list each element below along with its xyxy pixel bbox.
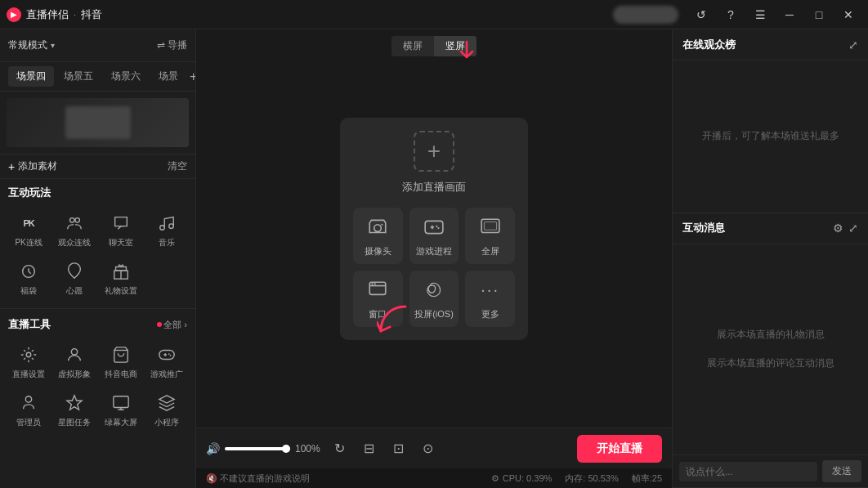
clear-btn[interactable]: 清空 [168,159,187,173]
game-label: 游戏推广 [150,369,183,380]
settings-btn[interactable]: ⊙ [417,437,440,460]
maximize-btn[interactable]: □ [806,3,832,26]
no-game-warning[interactable]: 🔇 不建议直播的游戏说明 [206,472,310,485]
svg-point-20 [437,227,439,229]
tool-mini[interactable]: 小程序 [145,387,189,433]
star-icon [63,392,86,414]
audience-header: 在线观众榜 ⤢ [673,29,868,60]
tool-screen[interactable]: 绿幕大屏 [99,387,143,433]
star-label: 星图任务 [58,417,91,428]
tool-live-settings[interactable]: 直播设置 [7,338,51,385]
svg-point-16 [374,224,382,231]
add-material-label: 添加素材 [18,159,57,173]
chat-send-btn[interactable]: 发送 [822,460,861,482]
audience-expand-icon[interactable]: ⤢ [848,38,858,51]
minimize-btn[interactable]: ─ [776,3,803,26]
svg-point-11 [168,353,170,355]
help-btn[interactable]: ? [718,3,744,26]
tool-manager[interactable]: 管理员 [7,387,51,433]
messages-title: 互动消息 [682,221,725,235]
volume-slider[interactable] [225,447,290,450]
wish-label: 心愿 [66,285,83,297]
svg-marker-14 [67,396,82,410]
interaction-section-title: 互动玩法 [0,179,195,204]
title-left: ▶ 直播伴侣 · 抖音 [7,7,102,22]
scene-tab-2[interactable]: 场景五 [56,66,101,87]
guide-button[interactable]: ⇌ 导播 [157,38,187,52]
audience-label: 观众连线 [58,237,91,248]
manager-label: 管理员 [16,417,41,428]
camera-label: 摄像头 [365,245,391,257]
chat-input[interactable] [679,462,817,481]
live-settings-label: 直播设置 [12,369,45,380]
add-material-btn[interactable]: + 添加素材 [8,159,57,173]
left-sidebar: 常规模式 ▾ ⇌ 导播 场景四 场景五 场景六 场景 + + 添加素材 [0,29,196,488]
game-progress-label: 游戏进程 [416,245,452,257]
scene-tab-1[interactable]: 场景四 [8,66,54,87]
svg-point-0 [70,218,75,223]
screenshot-btn[interactable]: ⊟ [358,437,381,460]
add-scene-plus-btn[interactable]: + [414,131,454,172]
interaction-gift[interactable]: 礼物设置 [99,255,143,302]
volume-handle[interactable] [282,445,290,453]
source-more[interactable]: ··· 更多 [465,271,515,327]
audience-icon [63,212,86,235]
add-material-bar: + 添加素材 清空 [0,154,195,179]
interaction-chat[interactable]: 聊天室 [99,207,143,253]
scene-tab-4[interactable]: 场景 [150,66,186,87]
wish-icon [63,260,86,283]
window-arrow [377,302,418,338]
gift-label: 礼物设置 [105,285,137,297]
tools-all-label: 全部 › [163,319,187,331]
messages-header: 互动消息 ⚙ ⤢ [673,213,868,244]
interaction-pk[interactable]: PK PK连线 [7,207,51,253]
avatar-icon [63,343,86,366]
status-bar: 🔇 不建议直播的游戏说明 ⚙ CPU: 0.39% 内存: 50.53% 帧率:… [196,468,672,488]
scene-tab-add[interactable]: + [190,67,195,87]
lucky-label: 福袋 [20,285,37,297]
interaction-lucky[interactable]: 福袋 [7,255,51,302]
source-game[interactable]: 游戏进程 [409,208,459,264]
title-bar: ▶ 直播伴侣 · 抖音 ↺ ? ☰ ─ □ ✕ [0,0,868,29]
tool-star[interactable]: 星图任务 [52,387,96,433]
mode-select[interactable]: 常规模式 ▾ [8,38,55,52]
cpu-icon: ⚙ [491,473,499,484]
scene-tab-3[interactable]: 场景六 [103,66,149,87]
messages-expand-icon[interactable]: ⤢ [848,222,858,235]
source-camera[interactable]: 摄像头 [353,208,403,264]
source-fullscreen[interactable]: 全屏 [465,208,515,264]
right-panel: 在线观众榜 ⤢ 开播后，可了解本场谁送礼最多 互动消息 ⚙ ⤢ 展示本场直播的礼… [672,29,868,488]
notification-btn[interactable]: ↺ [688,3,714,26]
messages-body: 展示本场直播的礼物消息 展示本场直播的评论互动消息 [673,244,868,454]
volume-fill [225,447,290,450]
interaction-audience[interactable]: 观众连线 [52,207,96,253]
center-area: 横屏 竖屏 + 添加直播画面 摄像头 [196,29,672,488]
horizontal-screen-btn[interactable]: 横屏 [391,36,434,56]
bottom-section: 🔊 100% ↻ ⊟ ⊡ ⊙ 开始直播 [196,428,672,488]
sidebar-preview [7,98,189,147]
svg-rect-15 [113,396,128,408]
svg-point-1 [75,218,80,223]
mini-label: 小程序 [154,417,179,428]
game-icon [155,343,178,366]
interaction-grid: PK PK连线 观众连线 聊天室 音乐 [0,204,195,305]
svg-point-2 [160,226,165,231]
tools-all-btn[interactable]: 全部 › [157,319,187,331]
menu-btn[interactable]: ☰ [747,3,773,26]
messages-settings-icon[interactable]: ⚙ [833,222,843,235]
tool-avatar[interactable]: 虚拟形象 [52,338,96,385]
chat-label: 聊天室 [109,237,133,248]
close-btn[interactable]: ✕ [835,3,861,26]
fullscreen-label: 全屏 [481,245,499,257]
tool-game[interactable]: 游戏推广 [145,338,189,385]
refresh-btn[interactable]: ↻ [329,437,351,460]
preview-image [65,106,131,139]
pk-label: PK连线 [15,237,42,248]
tools-header: 直播工具 全部 › [0,312,195,335]
svg-rect-22 [484,222,496,230]
tool-ecommerce[interactable]: 抖音电商 [99,338,143,385]
interaction-music[interactable]: 音乐 [145,207,189,253]
start-live-btn[interactable]: 开始直播 [577,435,662,463]
record-btn[interactable]: ⊡ [387,437,410,460]
interaction-wish[interactable]: 心愿 [52,255,96,302]
